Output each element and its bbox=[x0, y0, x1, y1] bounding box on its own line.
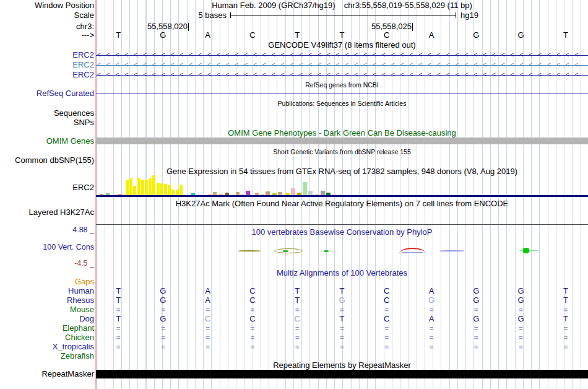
strand-arrows: <<<<<<<<<<<<<<<<<<<<<<<<<<<<<<<<<<<<<<<<… bbox=[97, 61, 588, 69]
gtex-bar bbox=[145, 180, 148, 196]
publications-title[interactable]: Publications: Sequences in Scientific Ar… bbox=[96, 100, 588, 107]
refseq-curated-label[interactable]: RefSeq Curated bbox=[0, 89, 94, 98]
gtex-title[interactable]: Gene Expression in 54 tissues from GTEx … bbox=[96, 167, 588, 176]
gencode-gene-label[interactable]: ERC2 bbox=[0, 71, 94, 79]
alignment-gap-symbol: = bbox=[454, 333, 498, 342]
multiz-row: TGACTTCAGGT bbox=[96, 287, 588, 295]
multiz-title[interactable]: Multiz Alignments of 100 Vertebrates bbox=[96, 269, 588, 278]
alignment-base: C bbox=[365, 287, 409, 295]
gtex-bar bbox=[164, 184, 167, 196]
alignment-base: C bbox=[230, 287, 275, 295]
base-letter: T bbox=[275, 31, 319, 40]
window-position-value: Human Feb. 2009 (GRCh37/hg19) chr3:55,55… bbox=[96, 1, 588, 10]
alignment-gap-symbol: = bbox=[230, 305, 275, 314]
h3k27ac-title[interactable]: H3K27Ac Mark (Often Found Near Active Re… bbox=[96, 199, 588, 208]
alignment-gap-symbol: = bbox=[498, 343, 543, 351]
gencode-gene-label[interactable]: ERC2 bbox=[0, 51, 94, 59]
omim-genes-label[interactable]: OMIM Genes bbox=[0, 137, 94, 146]
gtex-bar bbox=[133, 186, 136, 196]
phylop-mark bbox=[283, 250, 288, 252]
gtex-gene-label[interactable]: ERC2 bbox=[0, 183, 94, 192]
multiz-species-label[interactable]: Rhesus bbox=[0, 296, 94, 305]
alignment-gap-symbol: = bbox=[543, 343, 588, 351]
multiz-species-label[interactable]: Zebrafish bbox=[0, 352, 94, 361]
scale-genome: hg19 bbox=[460, 11, 478, 20]
alignment-gap-symbol: = bbox=[275, 305, 319, 314]
scale-bar bbox=[230, 15, 456, 15]
alignment-gap-symbol: = bbox=[454, 343, 498, 351]
gencode-gene-label[interactable]: ERC2 bbox=[0, 61, 94, 69]
alignment-base: T bbox=[96, 287, 141, 295]
multiz-row: =========== bbox=[96, 333, 588, 342]
layered-h3k27ac-label[interactable]: Layered H3K27Ac bbox=[0, 208, 94, 217]
repeatmasker-label[interactable]: RepeatMasker bbox=[0, 370, 94, 378]
multiz-species-label[interactable]: Chicken bbox=[0, 333, 94, 342]
multiz-row: =========== bbox=[96, 305, 588, 314]
omim-gene-bar[interactable] bbox=[96, 138, 588, 144]
alignment-gap-symbol: = bbox=[141, 305, 185, 314]
alignment-gap-symbol: = bbox=[365, 305, 409, 314]
multiz-row: =========== bbox=[96, 343, 588, 351]
conservation-track-label[interactable]: 100 Vert. Cons bbox=[0, 243, 94, 251]
dbsnp-title[interactable]: Short Genetic Variants from dbSNP releas… bbox=[96, 148, 588, 155]
multiz-species-label[interactable]: Human bbox=[0, 287, 94, 295]
strand-arrows: <<<<<<<<<<<<<<<<<<<<<<<<<<<<<<<<<<<<<<<<… bbox=[97, 51, 588, 59]
scale-bar-right-tick bbox=[456, 12, 456, 18]
refseq-title[interactable]: RefSeq genes from NCBI bbox=[96, 81, 588, 89]
multiz-species-label[interactable]: Gaps bbox=[0, 278, 94, 286]
base-letter: G bbox=[454, 31, 498, 40]
gencode-title[interactable]: GENCODE V49lift37 (8 items filtered out) bbox=[96, 41, 588, 50]
repeatmasker-title[interactable]: Repeating Elements by RepeatMasker bbox=[96, 361, 588, 370]
window-position-label: Window Position bbox=[0, 1, 94, 10]
genome-browser-view: Window Position Human Feb. 2009 (GRCh37/… bbox=[0, 0, 588, 389]
common-dbsnp-label[interactable]: Common dbSNP(155) bbox=[0, 156, 94, 165]
alignment-base: G bbox=[141, 296, 185, 305]
alignment-gap-symbol: = bbox=[409, 305, 454, 314]
coordinate-right-tick bbox=[412, 23, 413, 31]
assembly-text: Human Feb. 2009 (GRCh37/hg19) bbox=[212, 1, 335, 10]
multiz-species-label[interactable]: Elephant bbox=[0, 324, 94, 333]
gtex-bar bbox=[137, 178, 141, 196]
position-text: chr3:55,558,019-55,558,029 (11 bp) bbox=[344, 1, 472, 10]
conservation-max-value: 4.88 _ bbox=[0, 225, 94, 234]
gtex-bar bbox=[179, 185, 183, 196]
multiz-species-label[interactable]: X_tropicalis bbox=[0, 343, 94, 351]
gtex-bar bbox=[160, 183, 163, 196]
gencode-gene-item[interactable]: <<<<<<<<<<<<<<<<<<<<<<<<<<<<<<<<<<<<<<<<… bbox=[96, 51, 588, 59]
strand-label: ---> bbox=[0, 31, 94, 40]
base-letter: C bbox=[365, 31, 409, 40]
alignment-base: T bbox=[96, 315, 141, 323]
alignment-base: G bbox=[454, 315, 498, 323]
gencode-gene-item[interactable]: <<<<<<<<<<<<<<<<<<<<<<<<<<<<<<<<<<<<<<<<… bbox=[96, 61, 588, 69]
alignment-gap-symbol: = bbox=[96, 333, 141, 342]
multiz-species-label[interactable]: Dog bbox=[0, 315, 94, 323]
coordinate-left: 55,558,020 bbox=[126, 22, 188, 31]
chrom-label: chr3: bbox=[0, 22, 94, 31]
alignment-gap-symbol: = bbox=[319, 324, 364, 333]
alignment-base: G bbox=[141, 315, 185, 323]
alignment-gap-symbol: = bbox=[498, 324, 543, 333]
alignment-base: G bbox=[498, 315, 543, 323]
base-letter: T bbox=[96, 31, 141, 40]
multiz-species-label[interactable]: Mouse bbox=[0, 305, 94, 314]
refseq-gene-line[interactable] bbox=[96, 94, 588, 94]
alignment-gap-symbol: = bbox=[230, 343, 275, 351]
omim-title[interactable]: OMIM Gene Phenotypes - Dark Green Can Be… bbox=[96, 129, 588, 138]
multiz-row bbox=[96, 278, 588, 286]
alignment-base: T bbox=[543, 287, 588, 295]
sequences-label[interactable]: Sequences bbox=[0, 109, 94, 118]
repeatmasker-bar[interactable] bbox=[96, 370, 588, 378]
alignment-gap-symbol: = bbox=[141, 324, 185, 333]
alignment-gap-symbol: = bbox=[186, 305, 230, 314]
snps-label[interactable]: SNPs bbox=[0, 118, 94, 127]
gencode-gene-item[interactable]: <<<<<<<<<<<<<<<<<<<<<<<<<<<<<<<<<<<<<<<<… bbox=[96, 71, 588, 79]
conservation-title[interactable]: 100 vertebrates Basewise Conservation by… bbox=[96, 228, 588, 237]
alignment-gap-symbol: = bbox=[141, 333, 185, 342]
alignment-base: G bbox=[498, 287, 543, 295]
alignment-gap-symbol: = bbox=[543, 324, 588, 333]
gtex-bar bbox=[168, 185, 171, 196]
h3k27ac-baseline bbox=[96, 224, 588, 225]
alignment-base: T bbox=[543, 315, 588, 323]
alignment-base: A bbox=[186, 296, 230, 305]
gtex-bar bbox=[157, 183, 160, 196]
